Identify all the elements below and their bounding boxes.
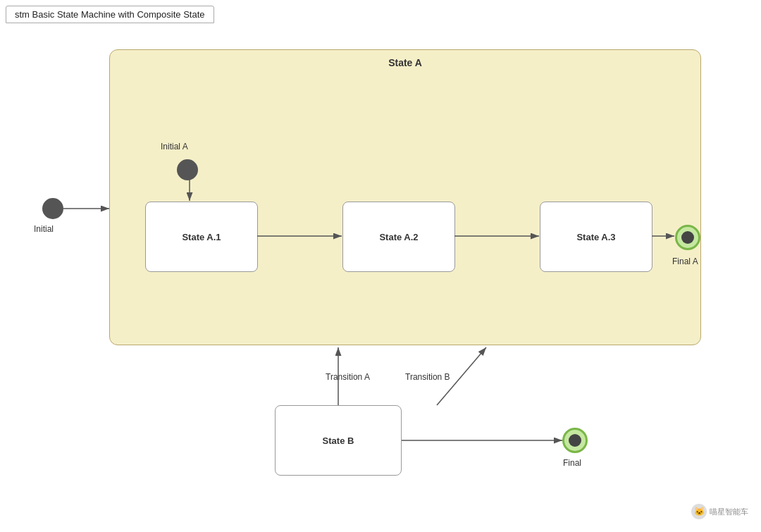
state-a-label: State A [388, 57, 422, 68]
state-a-container: State A Initial A State A.1 State A.2 St… [109, 49, 701, 345]
state-a1: State A.1 [145, 202, 258, 272]
state-a3: State A.3 [540, 202, 652, 272]
diagram: stm Basic State Machine with Composite S… [0, 0, 761, 532]
initial-outer-node [42, 198, 63, 219]
title-text: stm Basic State Machine with Composite S… [15, 9, 205, 20]
initial-outer-label: Initial [34, 224, 54, 234]
initial-a-node [177, 159, 198, 180]
initial-a-label: Initial A [161, 142, 188, 151]
state-a2: State A.2 [342, 202, 455, 272]
transition-b-label: Transition B [405, 372, 450, 382]
transition-a-label: Transition A [326, 372, 370, 382]
watermark-icon: 🐱 [691, 504, 707, 519]
watermark: 🐱 喵星智能车 [691, 504, 748, 519]
final-a-label: Final A [672, 256, 698, 266]
title-bar: stm Basic State Machine with Composite S… [6, 6, 214, 23]
final-outer-node [562, 428, 588, 453]
watermark-text: 喵星智能车 [710, 507, 748, 517]
final-a-node [675, 225, 700, 250]
final-a-dot [681, 231, 694, 244]
final-outer-dot [569, 434, 581, 447]
state-b: State B [275, 405, 402, 476]
final-outer-label: Final [563, 458, 581, 468]
